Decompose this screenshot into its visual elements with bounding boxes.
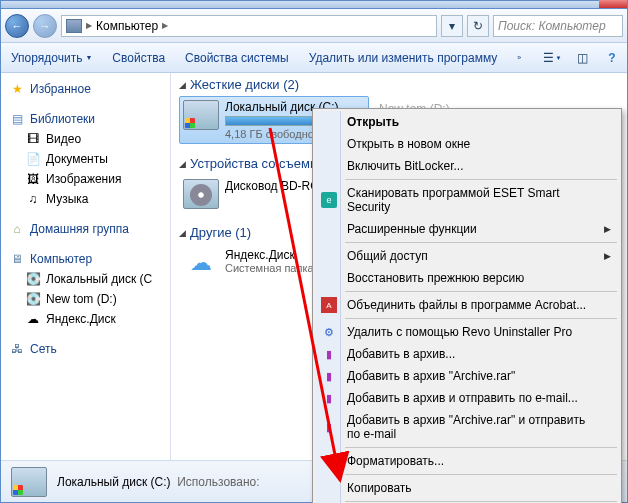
ctx-bitlocker[interactable]: Включить BitLocker... xyxy=(315,155,619,177)
close-button[interactable] xyxy=(599,0,627,8)
network-icon: 🖧 xyxy=(9,341,25,357)
collapse-icon: ◢ xyxy=(179,159,186,169)
preview-pane-button[interactable]: ◫ xyxy=(569,47,595,69)
ctx-add-rar-email[interactable]: ▮Добавить в архив "Archive.rar" и отправ… xyxy=(315,409,619,445)
acrobat-icon: A xyxy=(321,297,337,313)
star-icon: ★ xyxy=(9,81,25,97)
drive-c-icon xyxy=(183,100,219,130)
sidebar-yadisk[interactable]: ☁Яндекс.Диск xyxy=(1,309,170,329)
view-button[interactable]: ☰▼ xyxy=(539,47,565,69)
sidebar-new-tom[interactable]: 💽New tom (D:) xyxy=(1,289,170,309)
help-button[interactable]: ? xyxy=(599,47,625,69)
sidebar-local-c[interactable]: 💽Локальный диск (C xyxy=(1,269,170,289)
uninstall-button[interactable]: Удалить или изменить программу xyxy=(299,43,508,72)
computer-icon: 🖥 xyxy=(9,251,25,267)
music-icon: ♫ xyxy=(25,191,41,207)
ctx-sharing[interactable]: Общий доступ▶ xyxy=(315,245,619,267)
homegroup-icon: ⌂ xyxy=(9,221,25,237)
chevron-right-icon: ▶ xyxy=(86,21,92,30)
ctx-eset-scan[interactable]: eСканировать программой ESET Smart Secur… xyxy=(315,182,619,218)
revo-icon: ⚙ xyxy=(321,324,337,340)
search-input[interactable]: Поиск: Компьютер xyxy=(493,15,623,37)
sidebar-homegroup[interactable]: ⌂Домашняя группа xyxy=(1,219,170,239)
status-drive-icon xyxy=(11,467,47,497)
dropdown-history-button[interactable]: ▾ xyxy=(441,15,463,37)
section-hard-drives[interactable]: ◢Жесткие диски (2) xyxy=(179,77,619,92)
ctx-open-new-window[interactable]: Открыть в новом окне xyxy=(315,133,619,155)
breadcrumb-bar[interactable]: ▶ Компьютер ▶ xyxy=(61,15,437,37)
title-bar[interactable] xyxy=(1,1,627,9)
status-drive-name: Локальный диск (C:) xyxy=(57,475,171,489)
properties-button[interactable]: Свойства xyxy=(102,43,175,72)
winrar-icon: ▮ xyxy=(321,390,337,406)
collapse-icon: ◢ xyxy=(179,80,186,90)
sidebar-documents[interactable]: 📄Документы xyxy=(1,149,170,169)
sidebar-network[interactable]: 🖧Сеть xyxy=(1,339,170,359)
drive-icon: 💽 xyxy=(25,271,41,287)
video-icon: 🎞 xyxy=(25,131,41,147)
ctx-add-archive[interactable]: ▮Добавить в архив... xyxy=(315,343,619,365)
context-menu: Открыть Открыть в новом окне Включить Bi… xyxy=(312,108,622,503)
ctx-open[interactable]: Открыть xyxy=(315,111,619,133)
drive-icon: 💽 xyxy=(25,291,41,307)
search-placeholder: Поиск: Компьютер xyxy=(498,19,606,33)
forward-button[interactable]: → xyxy=(33,14,57,38)
sidebar-libraries[interactable]: ▤Библиотеки xyxy=(1,109,170,129)
ctx-ext-funcs[interactable]: Расширенные функции▶ xyxy=(315,218,619,240)
picture-icon: 🖼 xyxy=(25,171,41,187)
sidebar-pictures[interactable]: 🖼Изображения xyxy=(1,169,170,189)
submenu-arrow-icon: ▶ xyxy=(604,251,611,261)
ctx-revo-uninstall[interactable]: ⚙Удалить с помощью Revo Uninstaller Pro xyxy=(315,321,619,343)
winrar-icon: ▮ xyxy=(321,346,337,362)
organize-button[interactable]: Упорядочить▼ xyxy=(1,43,102,72)
overflow-button[interactable]: » xyxy=(507,43,531,72)
ctx-add-archive-rar[interactable]: ▮Добавить в архив "Archive.rar" xyxy=(315,365,619,387)
nav-bar: ← → ▶ Компьютер ▶ ▾ ↻ Поиск: Компьютер xyxy=(1,9,627,43)
status-used-label: Использовано: xyxy=(177,475,259,489)
command-bar: Упорядочить▼ Свойства Свойства системы У… xyxy=(1,43,627,73)
sidebar-video[interactable]: 🎞Видео xyxy=(1,129,170,149)
cloud-icon: ☁ xyxy=(25,311,41,327)
ctx-format[interactable]: Форматировать... xyxy=(315,450,619,472)
ctx-add-email[interactable]: ▮Добавить в архив и отправить по e-mail.… xyxy=(315,387,619,409)
navigation-pane: ★Избранное ▤Библиотеки 🎞Видео 📄Документы… xyxy=(1,73,171,460)
eset-icon: e xyxy=(321,192,337,208)
sidebar-favorites[interactable]: ★Избранное xyxy=(1,79,170,99)
back-button[interactable]: ← xyxy=(5,14,29,38)
bd-rom-icon xyxy=(183,179,219,209)
sidebar-computer[interactable]: 🖥Компьютер xyxy=(1,249,170,269)
collapse-icon: ◢ xyxy=(179,228,186,238)
ctx-acrobat-combine[interactable]: AОбъединить файлы в программе Acrobat... xyxy=(315,294,619,316)
system-properties-button[interactable]: Свойства системы xyxy=(175,43,299,72)
refresh-button[interactable]: ↻ xyxy=(467,15,489,37)
ctx-restore-previous[interactable]: Восстановить прежнюю версию xyxy=(315,267,619,289)
yandex-disk-icon: ☁ xyxy=(183,248,219,278)
chevron-right-icon: ▶ xyxy=(162,21,168,30)
document-icon: 📄 xyxy=(25,151,41,167)
submenu-arrow-icon: ▶ xyxy=(604,224,611,234)
ctx-copy[interactable]: Копировать xyxy=(315,477,619,499)
winrar-icon: ▮ xyxy=(321,368,337,384)
sidebar-music[interactable]: ♫Музыка xyxy=(1,189,170,209)
computer-icon xyxy=(66,19,82,33)
library-icon: ▤ xyxy=(9,111,25,127)
winrar-icon: ▮ xyxy=(321,419,337,435)
breadcrumb-label[interactable]: Компьютер xyxy=(96,19,158,33)
